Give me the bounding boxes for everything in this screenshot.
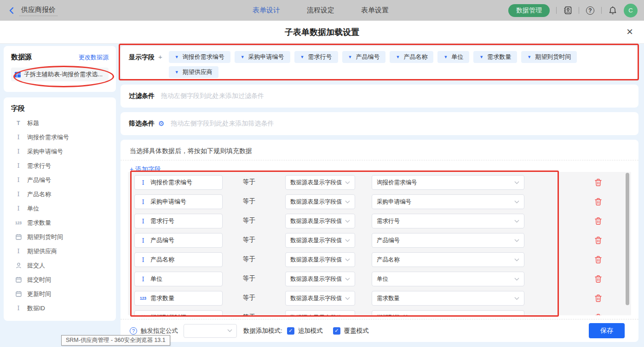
rule-row: I产品名称 等于 数据源表显示字段值 产品名称 xyxy=(128,252,631,267)
data-manage-button[interactable]: 数据管理 xyxy=(508,4,550,17)
chevron-down-icon: ▼ xyxy=(300,55,305,59)
field-item[interactable]: I产品编号 xyxy=(11,173,109,187)
trash-icon[interactable] xyxy=(594,294,603,302)
display-field-chip[interactable]: ▼需求数量 xyxy=(473,51,517,63)
source-field-dropdown[interactable]: 询报价需求编号 xyxy=(372,175,524,190)
chevron-down-icon xyxy=(514,220,519,223)
rule-field-box[interactable]: I需求行号 xyxy=(134,214,223,228)
rule-field-box[interactable]: 123需求数量 xyxy=(134,291,223,306)
field-item[interactable]: 123需求数量 xyxy=(11,216,109,230)
rules-list: I询报价需求编号 等于 数据源表显示字段值 询报价需求编号 I采购申请编号 等于… xyxy=(128,172,631,315)
text-field-icon: I xyxy=(14,305,23,312)
display-field-chip[interactable]: ▼产品编号 xyxy=(342,51,386,63)
source-type-dropdown[interactable]: 数据源表显示字段值 xyxy=(285,214,355,228)
field-item[interactable]: I需求行号 xyxy=(11,159,109,173)
tab-form-design[interactable]: 表单设计 xyxy=(253,6,280,15)
tab-flow-setting[interactable]: 流程设定 xyxy=(307,6,334,15)
scrollbar-thumb[interactable] xyxy=(626,173,629,305)
chevron-down-icon: ▼ xyxy=(348,55,352,59)
source-type-dropdown[interactable]: 数据源表显示字段值 xyxy=(285,175,355,190)
append-mode-checkbox[interactable]: ✓追加模式 xyxy=(287,327,323,335)
rule-field-box[interactable]: I单位 xyxy=(134,272,223,286)
gear-icon[interactable]: ⚙ xyxy=(158,119,164,128)
overwrite-mode-checkbox[interactable]: ✓覆盖模式 xyxy=(333,327,369,335)
trash-icon[interactable] xyxy=(594,236,603,245)
chevron-down-icon xyxy=(345,239,350,242)
display-field-chip[interactable]: ▼需求行号 xyxy=(294,51,338,63)
chevron-down-icon xyxy=(345,181,350,184)
calendar-icon xyxy=(139,315,147,316)
field-item[interactable]: I数据ID xyxy=(11,301,109,315)
add-display-field-icon[interactable]: + xyxy=(158,51,162,74)
source-field-dropdown[interactable]: 单位 xyxy=(372,272,524,286)
chevron-down-icon xyxy=(345,220,350,223)
field-item[interactable]: 更新时间 xyxy=(11,287,109,301)
checkbox-checked-icon: ✓ xyxy=(287,327,294,335)
trash-icon[interactable] xyxy=(594,178,603,187)
field-item[interactable]: I采购申请编号 xyxy=(11,144,109,159)
field-item[interactable]: I询报价需求编号 xyxy=(11,130,109,144)
operator-label: 等于 xyxy=(243,178,255,186)
rule-field-box[interactable]: I产品名称 xyxy=(134,252,223,267)
rule-row: I采购申请编号 等于 数据源表显示字段值 采购申请编号 xyxy=(128,194,631,209)
field-item[interactable]: I期望供应商 xyxy=(11,244,109,258)
text-field-icon: I xyxy=(139,237,147,244)
rule-field-box[interactable]: I采购申请编号 xyxy=(134,194,223,209)
close-icon[interactable]: × xyxy=(627,26,633,38)
back-icon[interactable] xyxy=(8,7,15,14)
display-field-chip[interactable]: ▼询报价需求编号 xyxy=(169,51,230,63)
rule-row: I产品编号 等于 数据源表显示字段值 产品编号 xyxy=(128,233,631,248)
calendar-icon xyxy=(14,291,23,297)
formula-select[interactable] xyxy=(184,324,237,338)
field-item[interactable]: I单位 xyxy=(11,201,109,216)
divider xyxy=(579,7,579,14)
tab-form-setting[interactable]: 表单设置 xyxy=(361,6,389,15)
chevron-down-icon xyxy=(514,239,519,242)
field-item-title[interactable]: T标题 xyxy=(11,116,109,130)
source-type-dropdown[interactable]: 数据源表显示字段值 xyxy=(285,291,355,306)
source-field-dropdown[interactable]: 需求数量 xyxy=(372,291,524,306)
field-item[interactable]: 提交时间 xyxy=(11,273,109,287)
source-field-dropdown[interactable]: 期望到货时间 xyxy=(372,310,524,315)
bell-icon[interactable] xyxy=(608,6,617,15)
field-item[interactable]: 提交人 xyxy=(11,258,109,273)
help-icon[interactable]: ? xyxy=(130,327,137,335)
source-type-dropdown[interactable]: 数据源表显示字段值 xyxy=(285,310,355,315)
help-icon[interactable]: ? xyxy=(586,6,595,15)
change-datasource-link[interactable]: 更改数据源 xyxy=(79,53,109,62)
display-field-chip[interactable]: ▼期望到货时间 xyxy=(521,51,577,63)
display-field-chip[interactable]: ▼期望供应商 xyxy=(169,66,218,78)
sift-condition-panel[interactable]: 筛选条件 ⚙ 拖动左侧字段到此处来添加筛选条件 xyxy=(121,112,638,135)
datasource-selected-item[interactable]: 子拆主辅助表-询报价需求选... xyxy=(11,68,109,81)
trash-icon[interactable] xyxy=(594,217,603,225)
trash-icon[interactable] xyxy=(594,313,603,315)
rule-field-box[interactable]: 期望到货时间 xyxy=(134,310,223,315)
source-type-dropdown[interactable]: 数据源表显示字段值 xyxy=(285,233,355,248)
rule-field-box[interactable]: I询报价需求编号 xyxy=(134,175,223,190)
display-field-chip[interactable]: ▼采购申请编号 xyxy=(235,51,290,63)
source-field-dropdown[interactable]: 产品编号 xyxy=(372,233,524,248)
field-item[interactable]: I产品名称 xyxy=(11,187,109,201)
trash-icon[interactable] xyxy=(594,256,603,264)
user-avatar[interactable]: C xyxy=(624,4,638,17)
form-title[interactable]: 供应商报价 xyxy=(19,5,58,16)
source-field-dropdown[interactable]: 需求行号 xyxy=(372,214,524,228)
text-field-icon: I xyxy=(14,162,23,169)
source-field-dropdown[interactable]: 产品名称 xyxy=(372,252,524,267)
save-button[interactable]: 保存 xyxy=(589,323,625,338)
filter-condition-panel[interactable]: 过滤条件 拖动左侧字段到此处来添加过滤条件 xyxy=(121,85,638,108)
source-type-dropdown[interactable]: 数据源表显示字段值 xyxy=(285,194,355,209)
rule-field-box[interactable]: I产品编号 xyxy=(134,233,223,248)
source-type-dropdown[interactable]: 数据源表显示字段值 xyxy=(285,272,355,286)
trash-icon[interactable] xyxy=(594,198,603,206)
display-field-chip[interactable]: ▼产品名称 xyxy=(390,51,433,63)
chevron-down-icon xyxy=(514,278,519,281)
display-field-chip[interactable]: ▼单位 xyxy=(437,51,469,63)
field-item[interactable]: 期望到货时间 xyxy=(11,230,109,244)
source-type-dropdown[interactable]: 数据源表显示字段值 xyxy=(285,252,355,267)
source-field-dropdown[interactable]: 采购申请编号 xyxy=(372,194,524,209)
trash-icon[interactable] xyxy=(594,275,603,283)
text-field-icon: I xyxy=(139,256,147,263)
text-field-icon: I xyxy=(139,179,147,186)
contact-book-icon[interactable] xyxy=(563,6,572,15)
